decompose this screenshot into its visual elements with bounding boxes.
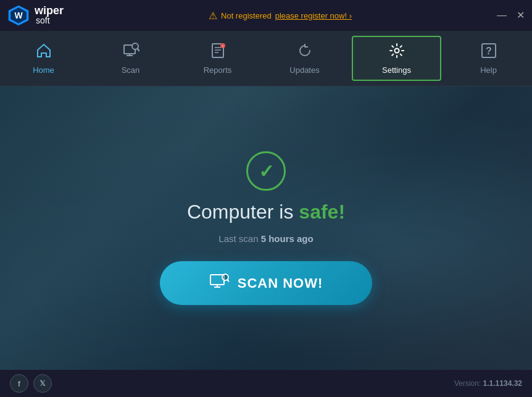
brand-wiper-text: wiper <box>35 5 64 16</box>
last-scan-time: 5 hours ago <box>261 233 314 244</box>
last-scan-label: Last scan <box>218 233 258 244</box>
status-area: ✓ Computer is safe! Last scan 5 hours ag… <box>0 86 532 370</box>
scan-button-label: SCAN NOW! <box>238 275 323 291</box>
nav-settings[interactable]: Settings <box>352 36 441 81</box>
reports-icon: ! <box>209 42 227 62</box>
logo-area: W wiper soft <box>7 4 64 27</box>
svg-point-14 <box>394 49 399 53</box>
close-button[interactable]: ✕ <box>517 10 525 20</box>
nav-reports-label: Reports <box>204 65 232 75</box>
not-registered-text: Not registered <box>221 11 272 20</box>
logo-icon: W <box>7 4 30 27</box>
version-label: Version: <box>454 379 481 388</box>
svg-text:!: ! <box>222 44 223 48</box>
status-prefix: Computer is <box>187 201 294 223</box>
window-controls: — ✕ <box>497 10 525 20</box>
last-scan-info: Last scan 5 hours ago <box>218 233 313 244</box>
registration-notice: ⚠ Not registered please register now! › <box>209 10 352 22</box>
nav-scan-label: Scan <box>122 65 140 75</box>
scan-button-icon <box>209 272 229 294</box>
twitter-button[interactable]: 𝕏 <box>33 374 52 393</box>
version-number: 1.1.1134.32 <box>483 379 522 388</box>
svg-text:?: ? <box>486 46 492 56</box>
titlebar: W wiper soft ⚠ Not registered please reg… <box>0 0 532 31</box>
social-links: f 𝕏 <box>10 374 52 393</box>
status-message: Computer is safe! <box>187 201 345 224</box>
settings-icon <box>388 42 405 62</box>
minimize-button[interactable]: — <box>497 10 507 20</box>
facebook-button[interactable]: f <box>10 374 28 393</box>
footer: f 𝕏 Version: 1.1.1134.32 <box>0 370 532 397</box>
nav-home-label: Home <box>33 65 54 75</box>
navbar: Home Scan ! Reports <box>0 31 532 86</box>
svg-text:W: W <box>14 10 23 20</box>
nav-updates-label: Updates <box>289 65 319 75</box>
twitter-icon: 𝕏 <box>39 379 46 388</box>
warning-icon: ⚠ <box>209 10 217 22</box>
brand-soft-text: soft <box>36 16 64 25</box>
status-check-circle: ✓ <box>246 151 286 191</box>
nav-help-label: Help <box>480 65 497 75</box>
nav-help[interactable]: ? Help <box>445 31 532 86</box>
register-link[interactable]: please register now! › <box>275 11 352 20</box>
main-content: ✓ Computer is safe! Last scan 5 hours ag… <box>0 86 532 370</box>
check-icon: ✓ <box>259 161 274 182</box>
nav-reports[interactable]: ! Reports <box>174 31 261 86</box>
status-safe-word: safe! <box>299 201 345 223</box>
scan-now-button[interactable]: SCAN NOW! <box>160 261 373 305</box>
home-icon <box>35 42 52 62</box>
facebook-icon: f <box>18 379 20 388</box>
nav-home[interactable]: Home <box>0 31 87 86</box>
help-icon: ? <box>480 42 497 62</box>
brand-name: wiper soft <box>35 5 64 25</box>
version-info: Version: 1.1.1134.32 <box>454 379 522 388</box>
nav-scan[interactable]: Scan <box>87 31 174 86</box>
scan-icon <box>122 42 139 62</box>
nav-updates[interactable]: Updates <box>261 31 348 86</box>
svg-line-21 <box>227 280 229 282</box>
nav-settings-label: Settings <box>382 65 411 75</box>
svg-line-7 <box>138 49 139 51</box>
updates-icon <box>296 42 314 62</box>
